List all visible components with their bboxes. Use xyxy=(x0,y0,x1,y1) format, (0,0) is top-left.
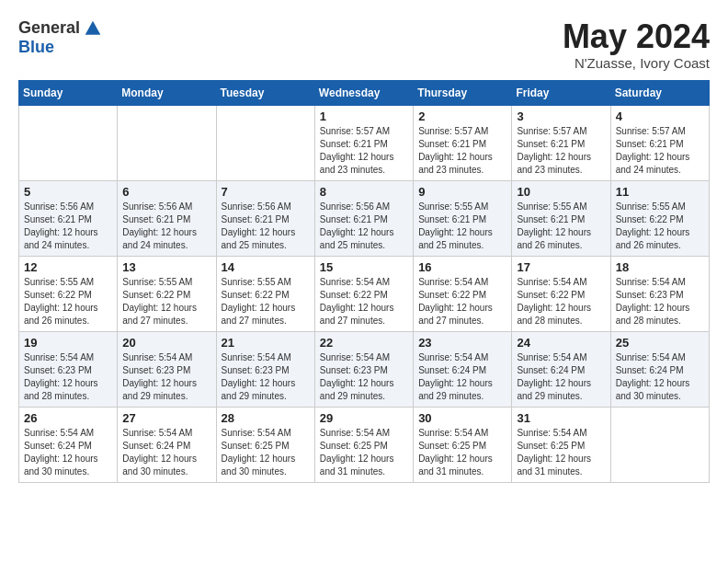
day-info: Sunrise: 5:54 AM Sunset: 6:25 PM Dayligh… xyxy=(222,427,310,478)
day-number: 15 xyxy=(320,260,408,274)
calendar-cell: 24Sunrise: 5:54 AM Sunset: 6:24 PM Dayli… xyxy=(512,331,610,407)
calendar-cell xyxy=(19,105,118,180)
calendar-week-row: 26Sunrise: 5:54 AM Sunset: 6:24 PM Dayli… xyxy=(19,407,710,482)
day-number: 12 xyxy=(24,260,112,274)
calendar-cell: 6Sunrise: 5:56 AM Sunset: 6:21 PM Daylig… xyxy=(118,180,216,256)
svg-marker-0 xyxy=(85,20,101,34)
day-number: 13 xyxy=(122,260,210,274)
logo-icon xyxy=(84,19,102,38)
day-number: 31 xyxy=(517,411,605,425)
calendar-day-header: Wednesday xyxy=(314,80,413,105)
calendar-cell: 31Sunrise: 5:54 AM Sunset: 6:25 PM Dayli… xyxy=(512,407,610,482)
day-info: Sunrise: 5:57 AM Sunset: 6:21 PM Dayligh… xyxy=(320,125,408,177)
day-info: Sunrise: 5:54 AM Sunset: 6:23 PM Dayligh… xyxy=(222,351,310,403)
calendar-cell: 19Sunrise: 5:54 AM Sunset: 6:23 PM Dayli… xyxy=(19,331,118,407)
day-info: Sunrise: 5:54 AM Sunset: 6:25 PM Dayligh… xyxy=(517,427,605,478)
day-number: 23 xyxy=(418,336,506,350)
day-info: Sunrise: 5:55 AM Sunset: 6:22 PM Dayligh… xyxy=(24,276,112,327)
day-number: 3 xyxy=(517,109,605,123)
calendar-cell: 7Sunrise: 5:56 AM Sunset: 6:21 PM Daylig… xyxy=(216,180,314,256)
calendar-cell xyxy=(118,105,216,180)
calendar-cell: 11Sunrise: 5:55 AM Sunset: 6:22 PM Dayli… xyxy=(610,180,709,256)
day-info: Sunrise: 5:54 AM Sunset: 6:22 PM Dayligh… xyxy=(320,276,408,327)
day-number: 21 xyxy=(222,336,310,350)
calendar-day-header: Thursday xyxy=(414,80,512,105)
month-title: May 2024 xyxy=(563,18,710,55)
day-info: Sunrise: 5:54 AM Sunset: 6:24 PM Dayligh… xyxy=(517,351,605,403)
day-number: 20 xyxy=(122,336,210,350)
day-number: 1 xyxy=(320,109,408,123)
logo-blue-text: Blue xyxy=(18,38,54,56)
day-info: Sunrise: 5:54 AM Sunset: 6:24 PM Dayligh… xyxy=(616,351,704,403)
day-info: Sunrise: 5:56 AM Sunset: 6:21 PM Dayligh… xyxy=(122,201,210,252)
day-number: 19 xyxy=(24,336,112,350)
day-info: Sunrise: 5:56 AM Sunset: 6:21 PM Dayligh… xyxy=(320,201,408,252)
calendar-cell: 21Sunrise: 5:54 AM Sunset: 6:23 PM Dayli… xyxy=(216,331,314,407)
day-info: Sunrise: 5:54 AM Sunset: 6:25 PM Dayligh… xyxy=(418,427,506,478)
day-info: Sunrise: 5:56 AM Sunset: 6:21 PM Dayligh… xyxy=(24,201,112,252)
day-number: 27 xyxy=(122,411,210,425)
day-number: 16 xyxy=(418,260,506,274)
day-number: 5 xyxy=(24,185,112,199)
calendar-cell: 29Sunrise: 5:54 AM Sunset: 6:25 PM Dayli… xyxy=(314,407,413,482)
calendar-cell: 5Sunrise: 5:56 AM Sunset: 6:21 PM Daylig… xyxy=(19,180,118,256)
day-number: 8 xyxy=(320,185,408,199)
page-header: General Blue May 2024 N'Zuasse, Ivory Co… xyxy=(18,18,710,71)
day-info: Sunrise: 5:56 AM Sunset: 6:21 PM Dayligh… xyxy=(222,201,310,252)
day-info: Sunrise: 5:55 AM Sunset: 6:22 PM Dayligh… xyxy=(122,276,210,327)
calendar-week-row: 19Sunrise: 5:54 AM Sunset: 6:23 PM Dayli… xyxy=(19,331,710,407)
day-number: 6 xyxy=(122,185,210,199)
day-number: 10 xyxy=(517,185,605,199)
day-number: 26 xyxy=(24,411,112,425)
day-info: Sunrise: 5:55 AM Sunset: 6:21 PM Dayligh… xyxy=(418,201,506,252)
day-number: 24 xyxy=(517,336,605,350)
day-info: Sunrise: 5:55 AM Sunset: 6:21 PM Dayligh… xyxy=(517,201,605,252)
day-info: Sunrise: 5:54 AM Sunset: 6:24 PM Dayligh… xyxy=(24,427,112,478)
calendar-table: SundayMondayTuesdayWednesdayThursdayFrid… xyxy=(18,80,710,483)
calendar-week-row: 1Sunrise: 5:57 AM Sunset: 6:21 PM Daylig… xyxy=(19,105,710,180)
day-info: Sunrise: 5:54 AM Sunset: 6:25 PM Dayligh… xyxy=(320,427,408,478)
day-info: Sunrise: 5:54 AM Sunset: 6:22 PM Dayligh… xyxy=(418,276,506,327)
day-info: Sunrise: 5:54 AM Sunset: 6:23 PM Dayligh… xyxy=(122,351,210,403)
calendar-cell: 22Sunrise: 5:54 AM Sunset: 6:23 PM Dayli… xyxy=(314,331,413,407)
logo: General Blue xyxy=(18,18,102,57)
calendar-day-header: Saturday xyxy=(610,80,709,105)
calendar-week-row: 12Sunrise: 5:55 AM Sunset: 6:22 PM Dayli… xyxy=(19,256,710,331)
calendar-cell: 9Sunrise: 5:55 AM Sunset: 6:21 PM Daylig… xyxy=(414,180,512,256)
calendar-cell: 2Sunrise: 5:57 AM Sunset: 6:21 PM Daylig… xyxy=(414,105,512,180)
day-info: Sunrise: 5:54 AM Sunset: 6:23 PM Dayligh… xyxy=(320,351,408,403)
calendar-day-header: Sunday xyxy=(19,80,118,105)
calendar-day-header: Monday xyxy=(118,80,216,105)
day-info: Sunrise: 5:54 AM Sunset: 6:24 PM Dayligh… xyxy=(122,427,210,478)
calendar-cell: 16Sunrise: 5:54 AM Sunset: 6:22 PM Dayli… xyxy=(414,256,512,331)
calendar-cell: 18Sunrise: 5:54 AM Sunset: 6:23 PM Dayli… xyxy=(610,256,709,331)
day-number: 17 xyxy=(517,260,605,274)
calendar-cell: 12Sunrise: 5:55 AM Sunset: 6:22 PM Dayli… xyxy=(19,256,118,331)
calendar-cell: 23Sunrise: 5:54 AM Sunset: 6:24 PM Dayli… xyxy=(414,331,512,407)
day-number: 18 xyxy=(616,260,704,274)
title-section: May 2024 N'Zuasse, Ivory Coast xyxy=(563,18,710,71)
calendar-cell: 3Sunrise: 5:57 AM Sunset: 6:21 PM Daylig… xyxy=(512,105,610,180)
calendar-cell: 1Sunrise: 5:57 AM Sunset: 6:21 PM Daylig… xyxy=(314,105,413,180)
calendar-cell: 25Sunrise: 5:54 AM Sunset: 6:24 PM Dayli… xyxy=(610,331,709,407)
calendar-cell xyxy=(216,105,314,180)
calendar-cell: 30Sunrise: 5:54 AM Sunset: 6:25 PM Dayli… xyxy=(414,407,512,482)
day-info: Sunrise: 5:57 AM Sunset: 6:21 PM Dayligh… xyxy=(616,125,704,177)
day-info: Sunrise: 5:55 AM Sunset: 6:22 PM Dayligh… xyxy=(616,201,704,252)
day-number: 22 xyxy=(320,336,408,350)
day-number: 28 xyxy=(222,411,310,425)
calendar-week-row: 5Sunrise: 5:56 AM Sunset: 6:21 PM Daylig… xyxy=(19,180,710,256)
day-info: Sunrise: 5:55 AM Sunset: 6:22 PM Dayligh… xyxy=(222,276,310,327)
day-number: 30 xyxy=(418,411,506,425)
day-number: 9 xyxy=(418,185,506,199)
day-info: Sunrise: 5:57 AM Sunset: 6:21 PM Dayligh… xyxy=(517,125,605,177)
calendar-cell: 15Sunrise: 5:54 AM Sunset: 6:22 PM Dayli… xyxy=(314,256,413,331)
day-info: Sunrise: 5:54 AM Sunset: 6:23 PM Dayligh… xyxy=(24,351,112,403)
calendar-cell: 10Sunrise: 5:55 AM Sunset: 6:21 PM Dayli… xyxy=(512,180,610,256)
day-number: 4 xyxy=(616,109,704,123)
logo-general-text: General xyxy=(18,18,80,38)
calendar-day-header: Tuesday xyxy=(216,80,314,105)
day-number: 29 xyxy=(320,411,408,425)
calendar-cell: 27Sunrise: 5:54 AM Sunset: 6:24 PM Dayli… xyxy=(118,407,216,482)
day-number: 11 xyxy=(616,185,704,199)
